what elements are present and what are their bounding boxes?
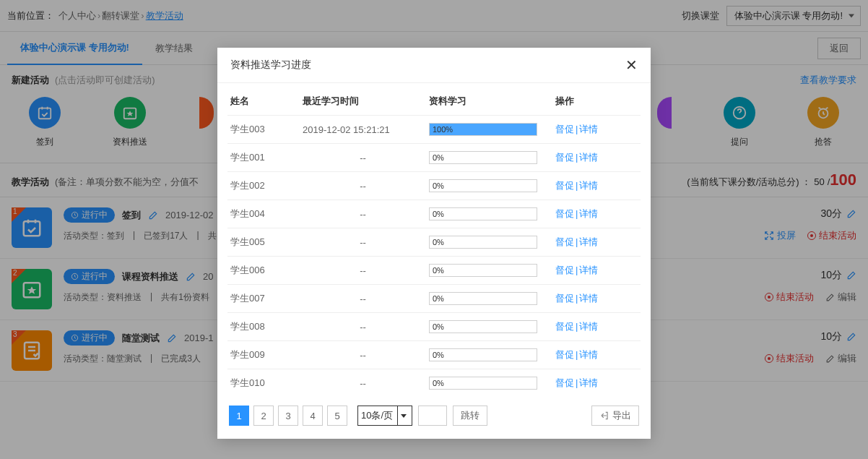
th-ops: 操作: [552, 87, 641, 116]
cell-ops: 督促|详情: [552, 228, 641, 257]
cell-time: --: [300, 172, 426, 200]
th-progress: 资料学习: [426, 87, 552, 116]
page-1[interactable]: 1: [229, 406, 249, 426]
detail-link[interactable]: 详情: [579, 321, 598, 332]
cell-progress: 0%: [426, 285, 552, 313]
cell-ops: 督促|详情: [552, 341, 641, 369]
cell-ops: 督促|详情: [552, 116, 641, 144]
urge-link[interactable]: 督促: [555, 293, 574, 304]
page-3[interactable]: 3: [278, 406, 298, 426]
table-row: 学生005--0%督促|详情: [227, 228, 641, 257]
page-5[interactable]: 5: [327, 406, 347, 426]
cell-name: 学生006: [227, 257, 300, 285]
detail-link[interactable]: 详情: [579, 349, 598, 360]
urge-link[interactable]: 督促: [555, 321, 574, 332]
cell-progress: 0%: [426, 369, 552, 398]
cell-ops: 督促|详情: [552, 257, 641, 285]
urge-link[interactable]: 督促: [555, 180, 574, 191]
detail-link[interactable]: 详情: [579, 180, 598, 191]
modal-body: 姓名 最近学习时间 资料学习 操作 学生0032019-12-02 15:21:…: [217, 83, 651, 439]
modal-overlay: 资料推送学习进度 ✕ 姓名 最近学习时间 资料学习 操作 学生0032019-1…: [0, 0, 868, 459]
cell-time: --: [300, 228, 426, 257]
cell-ops: 督促|详情: [552, 313, 641, 341]
cell-name: 学生002: [227, 172, 300, 200]
progress-modal: 资料推送学习进度 ✕ 姓名 最近学习时间 资料学习 操作 学生0032019-1…: [217, 48, 651, 439]
cell-name: 学生005: [227, 228, 300, 257]
cell-ops: 督促|详情: [552, 369, 641, 398]
detail-link[interactable]: 详情: [579, 208, 598, 219]
urge-link[interactable]: 督促: [555, 124, 574, 134]
cell-time: 2019-12-02 15:21:21: [300, 116, 426, 144]
cell-progress: 0%: [426, 172, 552, 200]
cell-ops: 督促|详情: [552, 285, 641, 313]
cell-time: --: [300, 144, 426, 172]
urge-link[interactable]: 督促: [555, 152, 574, 163]
cell-progress: 0%: [426, 313, 552, 341]
cell-time: --: [300, 341, 426, 369]
cell-name: 学生007: [227, 285, 300, 313]
detail-link[interactable]: 详情: [579, 293, 598, 304]
cell-ops: 督促|详情: [552, 144, 641, 172]
cell-time: --: [300, 200, 426, 228]
export-label: 导出: [612, 409, 631, 422]
table-row: 学生002--0%督促|详情: [227, 172, 641, 200]
cell-ops: 督促|详情: [552, 172, 641, 200]
pagination: 12345 10条/页 跳转 导出: [227, 397, 641, 429]
cell-time: --: [300, 257, 426, 285]
cell-time: --: [300, 285, 426, 313]
export-icon: [599, 411, 609, 421]
cell-ops: 督促|详情: [552, 200, 641, 228]
th-time: 最近学习时间: [300, 87, 426, 116]
urge-link[interactable]: 督促: [555, 349, 574, 360]
cell-name: 学生009: [227, 341, 300, 369]
chevron-down-icon: [397, 406, 409, 425]
cell-name: 学生003: [227, 116, 300, 144]
table-row: 学生009--0%督促|详情: [227, 341, 641, 369]
cell-time: --: [300, 369, 426, 398]
detail-link[interactable]: 详情: [579, 265, 598, 275]
cell-name: 学生001: [227, 144, 300, 172]
table-row: 学生0032019-12-02 15:21:21100%督促|详情: [227, 116, 641, 144]
page-size-select[interactable]: 10条/页: [357, 406, 412, 426]
table-row: 学生006--0%督促|详情: [227, 257, 641, 285]
table-row: 学生007--0%督促|详情: [227, 285, 641, 313]
urge-link[interactable]: 督促: [555, 265, 574, 275]
detail-link[interactable]: 详情: [579, 152, 598, 163]
cell-progress: 0%: [426, 257, 552, 285]
page-4[interactable]: 4: [303, 406, 323, 426]
cell-name: 学生008: [227, 313, 300, 341]
cell-progress: 0%: [426, 341, 552, 369]
detail-link[interactable]: 详情: [579, 377, 598, 388]
page-2[interactable]: 2: [253, 406, 274, 426]
table-row: 学生010--0%督促|详情: [227, 369, 641, 398]
th-name: 姓名: [227, 87, 300, 116]
close-icon[interactable]: ✕: [625, 58, 638, 72]
page-size-value: 10条/页: [361, 409, 393, 422]
detail-link[interactable]: 详情: [579, 124, 598, 134]
modal-title: 资料推送学习进度: [230, 59, 311, 72]
cell-time: --: [300, 313, 426, 341]
export-button[interactable]: 导出: [591, 406, 639, 426]
urge-link[interactable]: 督促: [555, 208, 574, 219]
cell-progress: 100%: [426, 116, 552, 144]
table-row: 学生008--0%督促|详情: [227, 313, 641, 341]
cell-name: 学生010: [227, 369, 300, 398]
table-row: 学生004--0%督促|详情: [227, 200, 641, 228]
progress-table: 姓名 最近学习时间 资料学习 操作 学生0032019-12-02 15:21:…: [227, 87, 641, 397]
jump-button[interactable]: 跳转: [453, 406, 487, 426]
cell-progress: 0%: [426, 200, 552, 228]
cell-name: 学生004: [227, 200, 300, 228]
urge-link[interactable]: 督促: [555, 377, 574, 388]
page-input[interactable]: [418, 406, 447, 426]
detail-link[interactable]: 详情: [579, 236, 598, 247]
cell-progress: 0%: [426, 228, 552, 257]
modal-header: 资料推送学习进度 ✕: [217, 48, 651, 83]
cell-progress: 0%: [426, 144, 552, 172]
table-row: 学生001--0%督促|详情: [227, 144, 641, 172]
urge-link[interactable]: 督促: [555, 236, 574, 247]
